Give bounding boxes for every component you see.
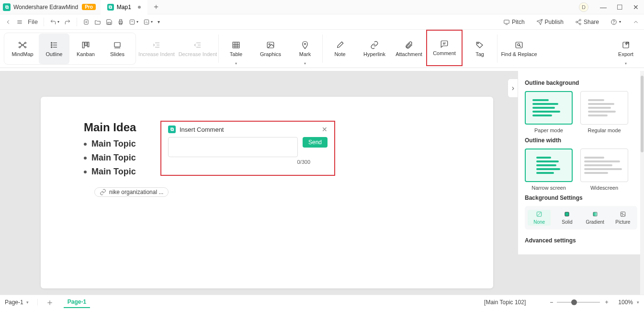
mindmap-view-button[interactable]: MindMap <box>7 34 38 64</box>
outline-view-button[interactable]: Outline <box>39 34 69 64</box>
pitch-button[interactable]: Pitch <box>503 19 525 25</box>
svg-line-60 <box>520 45 521 46</box>
bg-solid-option[interactable]: Solid <box>555 210 578 226</box>
zoom-percent[interactable]: 100% <box>618 299 633 306</box>
popup-close-button[interactable]: ✕ <box>322 126 328 133</box>
svg-rect-66 <box>565 212 569 216</box>
svg-rect-67 <box>593 212 597 216</box>
share-button[interactable]: Share <box>575 19 599 25</box>
panel-collapse-button[interactable]: › <box>508 79 518 98</box>
right-panel-scrollbar[interactable] <box>640 71 644 295</box>
bg-picture-option[interactable]: Picture <box>611 210 634 226</box>
minimize-button[interactable]: — <box>595 3 611 11</box>
statusbar: Page-1▾ ＋ Page-1 [Main Topic 102] − ＋ 10… <box>0 295 644 309</box>
narrow-screen-option[interactable]: Narrow screen <box>525 149 573 191</box>
attachment-chip[interactable]: nike organizational ... <box>94 187 169 197</box>
svg-point-21 <box>22 44 23 46</box>
new-file-button[interactable] <box>83 19 90 25</box>
svg-rect-8 <box>120 19 122 21</box>
attachment-button[interactable]: Attachment <box>392 30 426 68</box>
mindmap-label: MindMap <box>11 51 33 57</box>
hyperlink-button[interactable]: Hyperlink <box>357 30 392 68</box>
svg-point-25 <box>25 46 26 48</box>
svg-point-22 <box>19 42 21 44</box>
canvas-area[interactable]: › Main Idea Main Topic Main Topic Main T… <box>0 71 518 295</box>
insert-comment-popup: ⧉ Insert Comment ✕ Send 0/300 <box>160 121 335 176</box>
svg-rect-47 <box>233 42 239 48</box>
pro-badge: Pro <box>82 4 96 10</box>
tab-logo-icon: ⧉ <box>107 4 114 11</box>
svg-point-54 <box>305 43 306 45</box>
widescreen-option[interactable]: Widescreen <box>580 149 628 191</box>
svg-point-69 <box>621 213 622 214</box>
more-dropdown-button[interactable]: ▾ <box>158 19 160 24</box>
bg-settings-row: None Solid Gradient Picture <box>525 206 637 229</box>
svg-point-32 <box>51 44 52 45</box>
mark-button[interactable]: Mark▾ <box>288 30 322 68</box>
comment-input[interactable] <box>168 137 298 157</box>
zoom-slider[interactable] <box>557 302 600 303</box>
bg-gradient-option[interactable]: Gradient <box>584 210 607 226</box>
print-button[interactable] <box>117 19 124 25</box>
decrease-indent-button[interactable]: Decrease Indent <box>177 30 218 68</box>
outline-width-title: Outline width <box>525 137 637 144</box>
comment-button[interactable]: Comment <box>427 40 462 56</box>
svg-point-53 <box>269 44 270 45</box>
table-button[interactable]: Table▾ <box>219 30 253 68</box>
page-dropdown[interactable]: Page-1▾ <box>5 299 38 306</box>
popup-title: Insert Comment <box>180 126 318 133</box>
svg-point-57 <box>477 43 478 44</box>
collapse-ribbon-button[interactable] <box>633 19 639 25</box>
zoom-in-button[interactable]: ＋ <box>604 298 610 306</box>
export-button[interactable]: Export▾ <box>611 30 640 68</box>
outline-bg-title: Outline background <box>525 80 637 86</box>
svg-rect-37 <box>85 42 87 46</box>
bg-none-option[interactable]: None <box>528 210 551 226</box>
help-button[interactable]: ▾ <box>610 19 621 25</box>
paper-mode-option[interactable]: Paper mode <box>525 91 573 133</box>
new-tab-button[interactable]: ＋ <box>152 2 160 12</box>
svg-rect-10 <box>130 20 134 24</box>
svg-rect-9 <box>120 23 122 24</box>
maximize-button[interactable]: ☐ <box>611 3 628 11</box>
menu-button[interactable] <box>16 19 23 25</box>
redo-button[interactable] <box>64 19 71 25</box>
svg-rect-39 <box>114 42 120 46</box>
user-avatar[interactable]: D <box>579 2 588 12</box>
note-button[interactable]: Note <box>323 30 357 68</box>
close-button[interactable]: ✕ <box>628 3 644 11</box>
zoom-control: − ＋ 100% ▾ <box>550 298 639 306</box>
app-logo-icon: ⧉ <box>3 3 11 11</box>
save-button[interactable] <box>106 19 113 25</box>
svg-line-27 <box>21 45 22 46</box>
view-switcher: MindMap Outline Kanban Slides <box>4 33 136 65</box>
file-menu[interactable]: File <box>28 18 38 25</box>
svg-line-17 <box>577 20 579 21</box>
svg-point-15 <box>576 21 578 23</box>
svg-rect-12 <box>504 20 509 23</box>
send-comment-button[interactable]: Send <box>303 137 328 148</box>
svg-line-29 <box>23 45 25 46</box>
open-file-button[interactable] <box>94 19 101 25</box>
add-page-button[interactable]: ＋ <box>43 297 57 308</box>
publish-button[interactable]: Publish <box>536 19 564 25</box>
increase-indent-button[interactable]: Increase Indent <box>136 30 177 68</box>
kanban-view-button[interactable]: Kanban <box>70 34 101 64</box>
comment-button-highlight: Comment <box>426 30 463 66</box>
svg-rect-58 <box>516 42 522 48</box>
svg-line-18 <box>577 22 579 23</box>
zoom-out-button[interactable]: − <box>550 299 553 306</box>
graphics-button[interactable]: Graphics <box>253 30 288 68</box>
document-tab[interactable]: ⧉ Map1 <box>101 0 147 14</box>
edit-dropdown-button[interactable]: ▾ <box>143 19 153 25</box>
regular-mode-option[interactable]: Regular mode <box>580 91 628 133</box>
kanban-label: Kanban <box>77 51 95 57</box>
find-replace-button[interactable]: Find & Replace <box>497 30 541 68</box>
back-button[interactable] <box>5 19 11 25</box>
svg-rect-68 <box>621 212 625 216</box>
current-page-tab[interactable]: Page-1 <box>64 297 90 308</box>
slides-view-button[interactable]: Slides <box>102 34 133 64</box>
tag-button[interactable]: Tag <box>463 30 497 68</box>
undo-button[interactable]: ▾ <box>50 19 59 25</box>
export-dropdown-button[interactable]: ▾ <box>129 19 138 25</box>
